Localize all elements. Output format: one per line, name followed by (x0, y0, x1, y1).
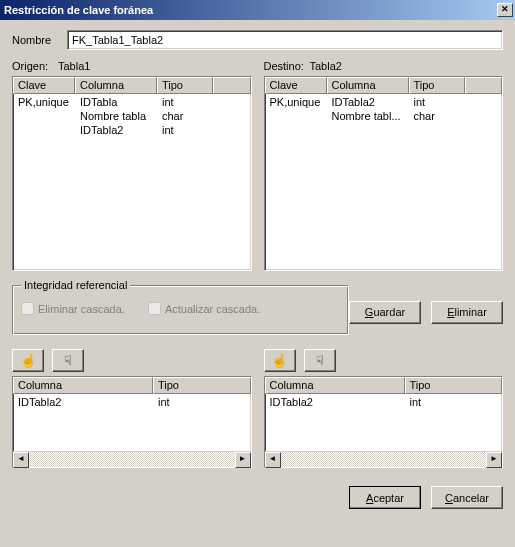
hand-point-icon: ☝ (20, 353, 37, 368)
delete-cascade-input (21, 302, 34, 315)
remove-dest-column-button[interactable]: ☟ (304, 349, 336, 372)
hand-point-icon: ☝ (271, 353, 288, 368)
dest-selected-listview[interactable]: Columna Tipo IDTabla2 int ◄ ► (264, 376, 504, 468)
list-item[interactable]: PK,unique IDTabla int (13, 96, 251, 110)
save-button[interactable]: Guardar (349, 301, 421, 324)
scroll-left-button[interactable]: ◄ (265, 452, 281, 468)
origin-list-header: Clave Columna Tipo (13, 77, 251, 94)
scroll-track[interactable] (29, 452, 235, 467)
col-fill (213, 77, 251, 94)
accept-button[interactable]: Aceptar (349, 486, 421, 509)
scroll-right-button[interactable]: ► (235, 452, 251, 468)
delete-cascade-checkbox: Eliminar cascada. (21, 302, 125, 315)
col-clave[interactable]: Clave (13, 77, 75, 94)
dest-value: Tabla2 (310, 60, 342, 72)
name-input[interactable] (67, 30, 503, 50)
close-button[interactable]: ✕ (497, 3, 513, 17)
col-clave[interactable]: Clave (265, 77, 327, 94)
integrity-legend: Integridad referencial (21, 279, 130, 291)
hand-down-icon: ☟ (316, 353, 324, 368)
col-columna[interactable]: Columna (75, 77, 157, 94)
list-item[interactable]: IDTabla2 int (13, 124, 251, 138)
add-origin-column-button[interactable]: ☝ (12, 349, 44, 372)
dest-label: Destino: (264, 60, 310, 72)
name-label: Nombre (12, 34, 67, 46)
origin-value: Tabla1 (58, 60, 90, 72)
scroll-track[interactable] (281, 452, 487, 467)
scroll-right-button[interactable]: ► (486, 452, 502, 468)
col-columna[interactable]: Columna (327, 77, 409, 94)
col-tipo[interactable]: Tipo (153, 377, 251, 394)
list-item[interactable]: Nombre tabl... char (265, 110, 503, 124)
remove-origin-column-button[interactable]: ☟ (52, 349, 84, 372)
integrity-groupbox: Integridad referencial Eliminar cascada.… (12, 285, 349, 335)
col-tipo[interactable]: Tipo (405, 377, 503, 394)
cancel-button[interactable]: Cancelar (431, 486, 503, 509)
scroll-left-button[interactable]: ◄ (13, 452, 29, 468)
list-item[interactable]: Nombre tabla char (13, 110, 251, 124)
dest-listview[interactable]: Clave Columna Tipo PK,unique IDTabla2 in… (264, 76, 504, 271)
title-bar: Restricción de clave foránea ✕ (0, 0, 515, 20)
col-tipo[interactable]: Tipo (157, 77, 213, 94)
hand-down-icon: ☟ (64, 353, 72, 368)
dest-panel: Destino: Tabla2 Clave Columna Tipo PK,un… (264, 60, 504, 271)
list-item[interactable]: PK,unique IDTabla2 int (265, 96, 503, 110)
add-dest-column-button[interactable]: ☝ (264, 349, 296, 372)
origin-listview[interactable]: Clave Columna Tipo PK,unique IDTabla int… (12, 76, 252, 271)
dialog-body: Nombre Origen: Tabla1 Clave Columna Tipo… (0, 20, 515, 476)
col-columna[interactable]: Columna (13, 377, 153, 394)
origin-selected-listview[interactable]: Columna Tipo IDTabla2 int ◄ ► (12, 376, 252, 468)
list-item[interactable]: IDTabla2 int (13, 396, 251, 410)
dest-list-header: Clave Columna Tipo (265, 77, 503, 94)
origin-label: Origen: (12, 60, 58, 72)
dialog-footer: Aceptar Cancelar (0, 476, 515, 519)
update-cascade-input (148, 302, 161, 315)
origin-panel: Origen: Tabla1 Clave Columna Tipo PK,uni… (12, 60, 252, 271)
update-cascade-checkbox: Actualizar cascada. (148, 302, 260, 315)
list-item[interactable]: IDTabla2 int (265, 396, 503, 410)
col-columna[interactable]: Columna (265, 377, 405, 394)
h-scrollbar[interactable]: ◄ ► (13, 451, 251, 467)
name-row: Nombre (12, 30, 503, 50)
h-scrollbar[interactable]: ◄ ► (265, 451, 503, 467)
col-fill (465, 77, 503, 94)
delete-button[interactable]: Eliminar (431, 301, 503, 324)
window-title: Restricción de clave foránea (4, 4, 497, 16)
col-tipo[interactable]: Tipo (409, 77, 465, 94)
